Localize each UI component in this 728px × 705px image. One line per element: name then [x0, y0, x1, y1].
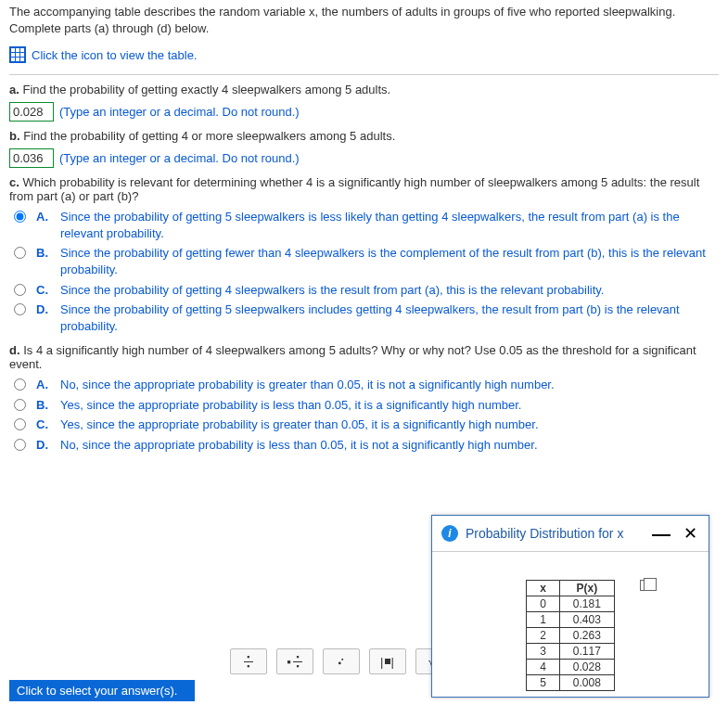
part-b-input[interactable] — [9, 148, 54, 168]
radio-c-b[interactable] — [14, 247, 26, 259]
part-a-text: Find the probability of getting exactly … — [22, 83, 390, 96]
distribution-table: x P(x) 00.181 10.403 20.263 30.117 40.02… — [526, 580, 615, 691]
part-c-option-d[interactable]: D. Since the probability of getting 5 sl… — [9, 301, 719, 334]
part-d-label: d. — [9, 343, 20, 357]
table-row: 00.181 — [527, 596, 615, 612]
part-c-option-a[interactable]: A. Since the probability of getting 5 sl… — [9, 209, 719, 241]
part-d-text: Is 4 a significantly high number of 4 sl… — [9, 343, 696, 371]
part-c-option-b[interactable]: B. Since the probability of getting fewe… — [9, 245, 719, 277]
radio-d-b[interactable] — [14, 399, 26, 411]
part-b-text: Find the probability of getting 4 or mor… — [23, 129, 395, 143]
close-button[interactable]: ✕ — [682, 523, 699, 544]
part-b-label: b. — [9, 129, 20, 143]
radio-c-c[interactable] — [14, 284, 26, 296]
part-d-option-b[interactable]: B. Yes, since the appropriate probabilit… — [9, 397, 719, 414]
table-row: 10.403 — [527, 612, 615, 628]
view-table-link[interactable]: Click the icon to view the table. — [32, 48, 197, 62]
info-icon: i — [441, 525, 458, 542]
part-a-hint: (Type an integer or a decimal. Do not ro… — [59, 105, 300, 119]
table-row: 30.117 — [527, 644, 615, 660]
part-d-options: A. No, since the appropriate probability… — [9, 377, 719, 453]
radio-c-d[interactable] — [14, 303, 26, 315]
part-d-option-a[interactable]: A. No, since the appropriate probability… — [9, 377, 719, 393]
minimize-button[interactable]: — — [648, 529, 674, 538]
mixed-fraction-button[interactable]: ▪▪▪ — [276, 648, 313, 674]
fraction-button[interactable]: ▪▪ — [230, 648, 267, 674]
table-icon[interactable] — [9, 46, 26, 63]
part-d-option-d[interactable]: D. No, since the appropriate probability… — [9, 437, 719, 454]
radio-d-d[interactable] — [14, 439, 26, 451]
exponent-button[interactable]: ▪▪ — [323, 648, 360, 674]
copy-icon[interactable] — [640, 580, 651, 591]
part-c-text: Which probability is relevant for determ… — [9, 175, 699, 203]
table-row: 20.263 — [527, 628, 615, 644]
status-bar: Click to select your answer(s). — [9, 680, 195, 701]
table-row: 40.028 — [527, 660, 615, 675]
intro-text: The accompanying table describes the ran… — [9, 4, 719, 37]
part-d-question: d. Is 4 a significantly high number of 4… — [9, 343, 719, 371]
part-d-option-c[interactable]: C. Yes, since the appropriate probabilit… — [9, 417, 719, 433]
abs-button[interactable] — [369, 648, 406, 674]
part-c-label: c. — [9, 175, 19, 189]
part-c-option-c[interactable]: C. Since the probability of getting 4 sl… — [9, 282, 719, 299]
table-row: 50.008 — [527, 675, 615, 691]
distribution-popup: i Probability Distribution for x — ✕ x P… — [431, 515, 709, 698]
part-b-hint: (Type an integer or a decimal. Do not ro… — [59, 151, 300, 165]
part-c-options: A. Since the probability of getting 5 sl… — [9, 209, 719, 334]
part-c-question: c. Which probability is relevant for det… — [9, 175, 719, 203]
radio-c-a[interactable] — [14, 211, 26, 223]
separator — [9, 74, 719, 75]
part-a-label: a. — [9, 83, 19, 96]
table-header-px: P(x) — [559, 581, 614, 596]
part-b-question: b. Find the probability of getting 4 or … — [9, 129, 719, 143]
popup-title: Probability Distribution for x — [466, 526, 641, 541]
part-a-input[interactable] — [9, 102, 54, 122]
radio-d-a[interactable] — [14, 378, 26, 391]
table-header-x: x — [527, 581, 560, 596]
part-a-question: a. Find the probability of getting exact… — [9, 83, 719, 96]
radio-d-c[interactable] — [14, 418, 26, 430]
